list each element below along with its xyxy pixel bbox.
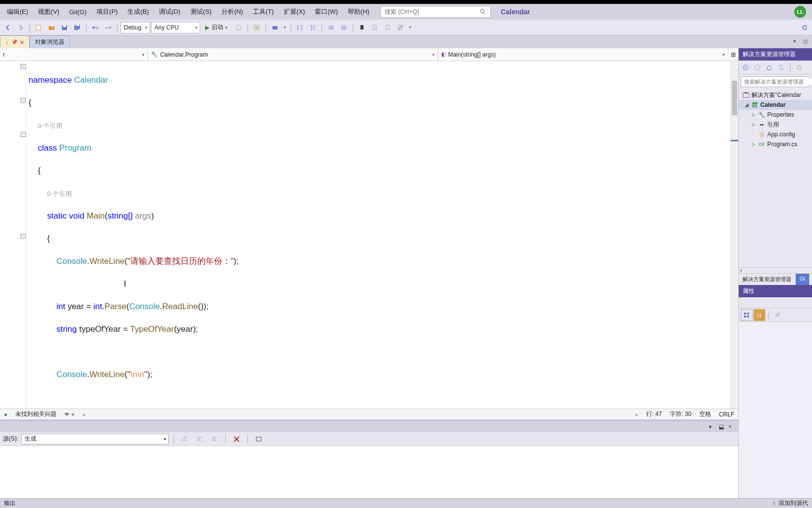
split-button[interactable]: ⊞ [728,48,738,61]
bookmark-button[interactable] [356,22,368,33]
output-body[interactable] [0,446,738,498]
chevron-down-icon: ▾ [225,25,228,30]
menu-project[interactable]: 项目(P) [91,5,122,18]
categorize-button[interactable] [741,309,752,321]
step-button[interactable] [233,22,244,33]
indent-button[interactable] [307,22,319,33]
alphabetize-button[interactable]: AZ [753,309,765,321]
props-wrench-button[interactable] [772,309,783,321]
redo-button[interactable] [102,22,114,33]
dropdown-icon[interactable]: ▾ [282,22,288,33]
new-button[interactable] [33,22,45,33]
menu-build[interactable]: 生成(B) [122,5,153,18]
solution-search[interactable] [741,76,810,87]
global-search-input[interactable] [385,8,480,15]
wrap-button[interactable] [231,433,242,445]
add-source-label[interactable]: 添加到源代 [779,499,808,508]
menu-help[interactable]: 帮助(H) [343,5,374,18]
menu-extensions[interactable]: 扩展(X) [279,5,310,18]
tree-solution[interactable]: 解决方案"Calendar [739,90,812,100]
menu-test[interactable]: 测试(S) [185,5,216,18]
eol-label: CRLF [719,411,734,418]
open-button[interactable] [46,22,58,33]
pin-icon[interactable]: ⬓ [719,423,725,430]
fwd-icon[interactable] [752,63,762,72]
fold-icon[interactable]: − [21,98,26,103]
output-source-combo[interactable]: 生成 [21,434,169,444]
outdent-button[interactable] [294,22,306,33]
save-all-button[interactable] [71,22,83,33]
find-file-button[interactable] [251,22,263,33]
refresh-icon[interactable] [794,63,804,72]
fold-icon[interactable]: − [21,132,26,137]
goto-prev-button[interactable] [179,433,191,445]
properties-combo[interactable] [739,297,812,308]
bookmark-clear-button[interactable] [394,22,406,33]
tab-git[interactable]: Gi [796,274,810,285]
menu-debug[interactable]: 调试(D) [154,5,185,18]
platform-combo[interactable]: Any CPU [151,22,200,33]
solution-search-input[interactable] [744,79,812,85]
menu-window[interactable]: 窗口(W) [310,5,343,18]
goto-next-button[interactable] [194,433,206,445]
tab-solution-explorer[interactable]: 解决方案资源管理器 [739,274,796,285]
menu-tools[interactable]: 工具(T) [248,5,279,18]
nav-fwd-button[interactable] [15,22,27,33]
scroll-right-icon[interactable]: ▸ [635,411,638,418]
sync-icon[interactable] [776,63,786,72]
expand-icon[interactable]: ▷ [751,122,756,127]
expand-icon[interactable]: ◢ [744,102,750,107]
h-scrollbar[interactable]: ◂ [739,267,812,273]
fold-icon[interactable]: − [21,64,26,69]
menu-analyze[interactable]: 分析(N) [216,5,248,18]
tab-close-icon[interactable]: × [20,38,24,46]
clear-button[interactable] [209,433,220,445]
home-icon[interactable] [764,63,774,72]
tree-properties[interactable]: ▷ 🔧 Properties [739,110,812,120]
config-combo[interactable]: Debug [120,22,150,33]
code-area[interactable]: namespace Calendar { 0 个引用 class Program… [27,61,730,409]
fold-icon[interactable]: − [21,234,26,239]
source-control-icon[interactable]: ↑ [773,500,776,507]
uncomment-button[interactable] [338,22,350,33]
tab-file[interactable]: s 📌 × [0,35,30,48]
user-avatar[interactable]: LL [794,6,806,18]
toolbox-button[interactable] [269,22,281,33]
menu-view[interactable]: 视图(V) [33,5,64,18]
nav-back-button[interactable] [2,22,14,33]
tree-project[interactable]: ◢ C# Calendar [739,100,812,110]
chevron-down-icon[interactable]: ▾ [709,423,716,430]
expand-icon[interactable]: ▷ [751,112,756,117]
nav-class-combo[interactable]: 🔧 Calendar.Program [148,48,438,61]
health-icon[interactable]: ❤ ▾ [64,411,74,418]
scroll-left-icon[interactable]: ◂ [740,268,742,273]
editor-scrollbar[interactable] [730,61,738,409]
output-tab-label[interactable]: 输出 [4,499,16,508]
close-icon[interactable]: × [728,423,735,430]
dropdown-icon[interactable]: ▾ [407,22,413,33]
tree-appconfig[interactable]: App.config [739,129,812,139]
menu-edit[interactable]: 编辑(E) [2,5,33,18]
bookmark-next-button[interactable] [382,22,393,33]
nav-method-combo[interactable]: ◧ Main(string[] args) [438,48,728,61]
tab-object-browser[interactable]: 对象浏览器 [30,35,70,48]
menu-git[interactable]: Git(G) [64,6,91,18]
gear-icon[interactable] [802,38,809,45]
scroll-left-icon[interactable]: ◂ [82,411,85,418]
liveshare-button[interactable] [798,22,810,33]
bookmark-prev-button[interactable] [369,22,381,33]
save-button[interactable] [59,22,70,33]
global-search[interactable] [380,6,491,18]
chevron-down-icon[interactable]: ▾ [793,38,800,45]
undo-button[interactable] [90,22,101,33]
toggle-button[interactable] [253,433,265,445]
tab-pin-icon[interactable]: 📌 [11,39,17,45]
start-button[interactable]: ▶ 启动 ▾ [201,23,232,32]
nav-project-combo[interactable]: r [0,48,148,61]
scroll-thumb[interactable] [732,81,737,115]
back-icon[interactable] [741,63,751,72]
comment-button[interactable] [325,22,337,33]
expand-icon[interactable]: ▷ [751,142,756,147]
tree-programcs[interactable]: ▷ C# Program.cs [739,139,812,149]
tree-references[interactable]: ▷ ▪▪ 引用 [739,120,812,129]
